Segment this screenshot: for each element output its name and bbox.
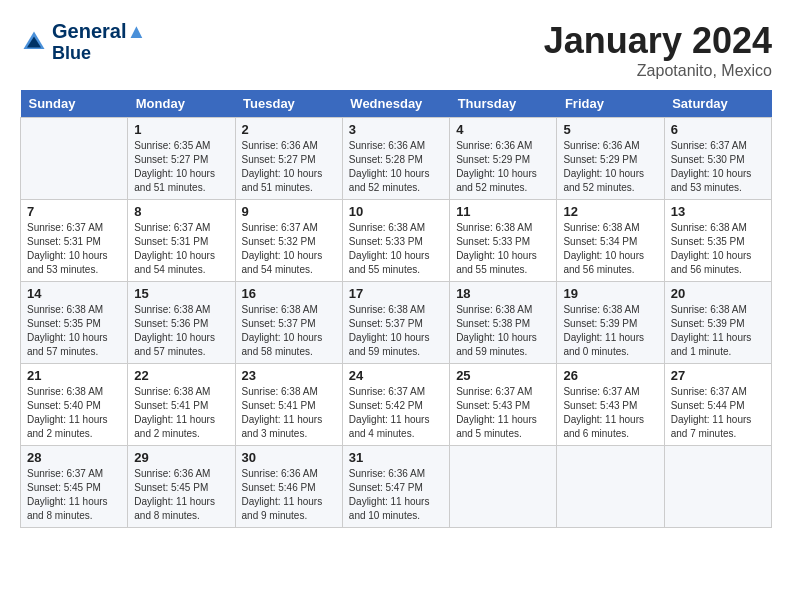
title-section: January 2024 Zapotanito, Mexico [544, 20, 772, 80]
day-number: 15 [134, 286, 228, 301]
day-number: 21 [27, 368, 121, 383]
calendar-cell [664, 446, 771, 528]
calendar-table: SundayMondayTuesdayWednesdayThursdayFrid… [20, 90, 772, 528]
day-info: Sunrise: 6:36 AMSunset: 5:47 PMDaylight:… [349, 467, 443, 523]
week-row-2: 14Sunrise: 6:38 AMSunset: 5:35 PMDayligh… [21, 282, 772, 364]
week-row-1: 7Sunrise: 6:37 AMSunset: 5:31 PMDaylight… [21, 200, 772, 282]
day-info: Sunrise: 6:38 AMSunset: 5:35 PMDaylight:… [27, 303, 121, 359]
weekday-header-thursday: Thursday [450, 90, 557, 118]
calendar-cell: 29Sunrise: 6:36 AMSunset: 5:45 PMDayligh… [128, 446, 235, 528]
calendar-cell: 24Sunrise: 6:37 AMSunset: 5:42 PMDayligh… [342, 364, 449, 446]
week-row-3: 21Sunrise: 6:38 AMSunset: 5:40 PMDayligh… [21, 364, 772, 446]
calendar-cell: 23Sunrise: 6:38 AMSunset: 5:41 PMDayligh… [235, 364, 342, 446]
day-info: Sunrise: 6:38 AMSunset: 5:34 PMDaylight:… [563, 221, 657, 277]
day-info: Sunrise: 6:38 AMSunset: 5:33 PMDaylight:… [349, 221, 443, 277]
day-number: 18 [456, 286, 550, 301]
calendar-cell: 13Sunrise: 6:38 AMSunset: 5:35 PMDayligh… [664, 200, 771, 282]
calendar-cell: 17Sunrise: 6:38 AMSunset: 5:37 PMDayligh… [342, 282, 449, 364]
day-info: Sunrise: 6:37 AMSunset: 5:43 PMDaylight:… [563, 385, 657, 441]
calendar-cell: 6Sunrise: 6:37 AMSunset: 5:30 PMDaylight… [664, 118, 771, 200]
day-info: Sunrise: 6:38 AMSunset: 5:38 PMDaylight:… [456, 303, 550, 359]
day-info: Sunrise: 6:37 AMSunset: 5:45 PMDaylight:… [27, 467, 121, 523]
weekday-header-tuesday: Tuesday [235, 90, 342, 118]
weekday-header-wednesday: Wednesday [342, 90, 449, 118]
day-number: 25 [456, 368, 550, 383]
calendar-cell: 16Sunrise: 6:38 AMSunset: 5:37 PMDayligh… [235, 282, 342, 364]
calendar-cell: 25Sunrise: 6:37 AMSunset: 5:43 PMDayligh… [450, 364, 557, 446]
day-info: Sunrise: 6:38 AMSunset: 5:40 PMDaylight:… [27, 385, 121, 441]
day-info: Sunrise: 6:36 AMSunset: 5:29 PMDaylight:… [563, 139, 657, 195]
day-info: Sunrise: 6:36 AMSunset: 5:28 PMDaylight:… [349, 139, 443, 195]
day-info: Sunrise: 6:36 AMSunset: 5:46 PMDaylight:… [242, 467, 336, 523]
day-number: 30 [242, 450, 336, 465]
day-number: 17 [349, 286, 443, 301]
day-info: Sunrise: 6:37 AMSunset: 5:43 PMDaylight:… [456, 385, 550, 441]
day-number: 9 [242, 204, 336, 219]
day-number: 5 [563, 122, 657, 137]
calendar-cell: 20Sunrise: 6:38 AMSunset: 5:39 PMDayligh… [664, 282, 771, 364]
day-info: Sunrise: 6:37 AMSunset: 5:31 PMDaylight:… [134, 221, 228, 277]
calendar-cell: 4Sunrise: 6:36 AMSunset: 5:29 PMDaylight… [450, 118, 557, 200]
calendar-cell: 11Sunrise: 6:38 AMSunset: 5:33 PMDayligh… [450, 200, 557, 282]
day-info: Sunrise: 6:38 AMSunset: 5:41 PMDaylight:… [242, 385, 336, 441]
day-number: 4 [456, 122, 550, 137]
calendar-cell: 21Sunrise: 6:38 AMSunset: 5:40 PMDayligh… [21, 364, 128, 446]
day-number: 26 [563, 368, 657, 383]
day-number: 28 [27, 450, 121, 465]
week-row-0: 1Sunrise: 6:35 AMSunset: 5:27 PMDaylight… [21, 118, 772, 200]
day-number: 2 [242, 122, 336, 137]
day-info: Sunrise: 6:38 AMSunset: 5:36 PMDaylight:… [134, 303, 228, 359]
day-info: Sunrise: 6:38 AMSunset: 5:35 PMDaylight:… [671, 221, 765, 277]
day-info: Sunrise: 6:35 AMSunset: 5:27 PMDaylight:… [134, 139, 228, 195]
calendar-cell: 15Sunrise: 6:38 AMSunset: 5:36 PMDayligh… [128, 282, 235, 364]
day-number: 6 [671, 122, 765, 137]
calendar-cell: 12Sunrise: 6:38 AMSunset: 5:34 PMDayligh… [557, 200, 664, 282]
calendar-cell: 18Sunrise: 6:38 AMSunset: 5:38 PMDayligh… [450, 282, 557, 364]
day-number: 22 [134, 368, 228, 383]
weekday-header-sunday: Sunday [21, 90, 128, 118]
calendar-cell: 8Sunrise: 6:37 AMSunset: 5:31 PMDaylight… [128, 200, 235, 282]
day-info: Sunrise: 6:38 AMSunset: 5:33 PMDaylight:… [456, 221, 550, 277]
calendar-cell: 5Sunrise: 6:36 AMSunset: 5:29 PMDaylight… [557, 118, 664, 200]
day-info: Sunrise: 6:38 AMSunset: 5:37 PMDaylight:… [242, 303, 336, 359]
day-number: 7 [27, 204, 121, 219]
calendar-cell: 3Sunrise: 6:36 AMSunset: 5:28 PMDaylight… [342, 118, 449, 200]
calendar-cell: 14Sunrise: 6:38 AMSunset: 5:35 PMDayligh… [21, 282, 128, 364]
day-number: 8 [134, 204, 228, 219]
calendar-cell: 9Sunrise: 6:37 AMSunset: 5:32 PMDaylight… [235, 200, 342, 282]
day-info: Sunrise: 6:37 AMSunset: 5:42 PMDaylight:… [349, 385, 443, 441]
calendar-cell: 26Sunrise: 6:37 AMSunset: 5:43 PMDayligh… [557, 364, 664, 446]
calendar-cell: 31Sunrise: 6:36 AMSunset: 5:47 PMDayligh… [342, 446, 449, 528]
calendar-cell: 19Sunrise: 6:38 AMSunset: 5:39 PMDayligh… [557, 282, 664, 364]
day-info: Sunrise: 6:37 AMSunset: 5:32 PMDaylight:… [242, 221, 336, 277]
day-number: 11 [456, 204, 550, 219]
day-number: 23 [242, 368, 336, 383]
calendar-cell: 1Sunrise: 6:35 AMSunset: 5:27 PMDaylight… [128, 118, 235, 200]
day-info: Sunrise: 6:36 AMSunset: 5:45 PMDaylight:… [134, 467, 228, 523]
weekday-header-friday: Friday [557, 90, 664, 118]
calendar-cell: 28Sunrise: 6:37 AMSunset: 5:45 PMDayligh… [21, 446, 128, 528]
month-title: January 2024 [544, 20, 772, 62]
day-number: 27 [671, 368, 765, 383]
day-info: Sunrise: 6:38 AMSunset: 5:39 PMDaylight:… [671, 303, 765, 359]
day-number: 16 [242, 286, 336, 301]
header: General▲ Blue January 2024 Zapotanito, M… [20, 20, 772, 80]
week-row-4: 28Sunrise: 6:37 AMSunset: 5:45 PMDayligh… [21, 446, 772, 528]
calendar-cell: 22Sunrise: 6:38 AMSunset: 5:41 PMDayligh… [128, 364, 235, 446]
logo-icon [20, 28, 48, 56]
day-number: 10 [349, 204, 443, 219]
logo-text: General▲ Blue [52, 20, 146, 64]
day-number: 13 [671, 204, 765, 219]
logo: General▲ Blue [20, 20, 146, 64]
day-info: Sunrise: 6:38 AMSunset: 5:39 PMDaylight:… [563, 303, 657, 359]
day-number: 31 [349, 450, 443, 465]
calendar-cell: 10Sunrise: 6:38 AMSunset: 5:33 PMDayligh… [342, 200, 449, 282]
day-number: 20 [671, 286, 765, 301]
weekday-header-saturday: Saturday [664, 90, 771, 118]
day-info: Sunrise: 6:36 AMSunset: 5:29 PMDaylight:… [456, 139, 550, 195]
day-number: 1 [134, 122, 228, 137]
calendar-cell [557, 446, 664, 528]
calendar-cell [21, 118, 128, 200]
weekday-header-row: SundayMondayTuesdayWednesdayThursdayFrid… [21, 90, 772, 118]
day-number: 19 [563, 286, 657, 301]
